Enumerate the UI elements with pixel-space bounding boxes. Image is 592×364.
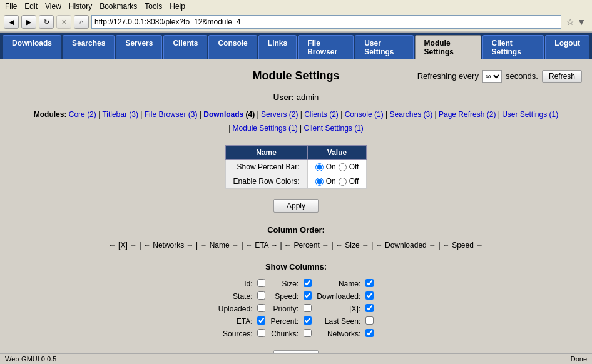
col-lastseen-check: [363, 315, 376, 328]
tab-console[interactable]: Console: [208, 35, 257, 59]
tab-logout[interactable]: Logout: [545, 35, 589, 59]
module-titlebar[interactable]: Titlebar (3): [102, 110, 138, 119]
tab-searches[interactable]: Searches: [63, 35, 115, 59]
col-uploaded-label: Uploaded:: [216, 303, 255, 315]
col-name: Name: [225, 146, 307, 160]
refresh-select[interactable]: ∞: [482, 70, 502, 83]
percent-bar-on[interactable]: [315, 163, 324, 171]
user-label: User:: [273, 93, 294, 102]
check-id[interactable]: [257, 279, 265, 287]
columns-row-2: State: Speed: Downloaded:: [216, 290, 376, 303]
check-eta[interactable]: [257, 316, 265, 325]
check-state[interactable]: [257, 291, 265, 300]
check-sources[interactable]: [257, 329, 265, 337]
check-chunks[interactable]: [304, 329, 312, 337]
tab-servers[interactable]: Servers: [116, 35, 162, 59]
menu-edit[interactable]: Edit: [24, 2, 38, 11]
setting-percent-value: On Off: [307, 160, 367, 174]
col-speed-check: [301, 290, 314, 303]
col-lastseen-label: Last Seen:: [314, 315, 363, 328]
show-columns-title: Show Columns:: [10, 262, 582, 271]
apply-btn-wrapper-1: Apply: [10, 199, 582, 213]
setting-rowcolors-label: Enable Row Colors:: [225, 174, 307, 189]
row-colors-off[interactable]: [339, 178, 347, 186]
col-downloaded-label: Downloaded:: [314, 290, 363, 303]
check-percent[interactable]: [304, 316, 312, 325]
col-id-check: [255, 278, 268, 290]
check-size[interactable]: [304, 279, 312, 287]
user-value: admin: [297, 93, 319, 102]
module-clientsettings[interactable]: Client Settings (1): [304, 124, 363, 133]
row-colors-on-label: On: [326, 177, 336, 186]
nav-tabs: Downloads Searches Servers Clients Conso…: [0, 33, 592, 59]
tab-modulesettings[interactable]: Module Settings: [415, 35, 481, 59]
col-priority-label: Priority:: [268, 303, 301, 315]
tab-clientsettings[interactable]: Client Settings: [482, 35, 544, 59]
check-x[interactable]: [365, 304, 374, 312]
col-uploaded-check: [255, 303, 268, 315]
check-name[interactable]: [365, 279, 374, 287]
col-networks-check: [363, 328, 376, 340]
percent-bar-on-label: On: [326, 163, 336, 171]
check-downloaded[interactable]: [365, 291, 374, 300]
module-searches[interactable]: Searches (3): [390, 110, 433, 119]
module-core[interactable]: Core (2): [69, 110, 96, 119]
page-header: Module Settings Refreshing every ∞ secon…: [10, 69, 582, 83]
col-state-label: State:: [216, 290, 255, 303]
menu-tools[interactable]: Tools: [145, 2, 162, 11]
module-servers[interactable]: Servers (2): [261, 110, 298, 119]
reload-button[interactable]: ↻: [39, 15, 54, 29]
address-bar[interactable]: [91, 15, 561, 29]
menu-view[interactable]: View: [45, 2, 61, 11]
check-speed[interactable]: [304, 291, 312, 300]
check-uploaded[interactable]: [257, 304, 265, 312]
tab-usersettings[interactable]: User Settings: [355, 35, 413, 59]
refresh-button[interactable]: Refresh: [542, 70, 582, 83]
tab-downloads[interactable]: Downloads: [3, 35, 61, 59]
module-console[interactable]: Console (1): [345, 110, 384, 119]
seconds-label: seconds.: [506, 71, 538, 81]
back-button[interactable]: ◀: [4, 15, 19, 29]
apply-button-1[interactable]: Apply: [273, 199, 319, 213]
stop-button[interactable]: ✕: [56, 15, 71, 29]
tab-filebrowser[interactable]: File Browser: [298, 35, 354, 59]
menu-bookmarks[interactable]: Bookmarks: [100, 2, 137, 11]
settings-table-wrapper: Name Value Show Percent Bar: On Off: [10, 145, 582, 189]
col-eta-label: ETA:: [216, 315, 255, 328]
home-button[interactable]: ⌂: [74, 15, 89, 29]
tab-clients[interactable]: Clients: [163, 35, 207, 59]
col-id-label: Id:: [216, 278, 255, 290]
check-lastseen[interactable]: [365, 316, 374, 325]
forward-button[interactable]: ▶: [21, 15, 36, 29]
module-clients[interactable]: Clients (2): [304, 110, 339, 119]
menu-help[interactable]: Help: [170, 2, 185, 11]
table-row: Show Percent Bar: On Off: [225, 160, 367, 174]
module-downloads[interactable]: Downloads: [203, 110, 243, 119]
refresh-label: Refreshing every: [417, 71, 479, 81]
col-downloaded-check: [363, 290, 376, 303]
menu-history[interactable]: History: [69, 2, 92, 11]
col-sources-check: [255, 328, 268, 340]
check-networks[interactable]: [365, 329, 374, 337]
module-filebrowser[interactable]: File Browser (3): [145, 110, 198, 119]
status-text: Done: [571, 355, 587, 363]
columns-row-3: Uploaded: Priority: [X]:: [216, 303, 376, 315]
percent-bar-off-label: Off: [349, 163, 359, 171]
row-colors-on[interactable]: [315, 178, 324, 186]
menu-file[interactable]: File: [5, 2, 17, 11]
module-usersettings[interactable]: User Settings (1): [502, 110, 558, 119]
tab-links[interactable]: Links: [258, 35, 297, 59]
settings-table: Name Value Show Percent Bar: On Off: [225, 145, 367, 189]
status-bar: Web-GMUI 0.0.5 Done: [0, 353, 592, 364]
row-colors-off-label: Off: [349, 177, 359, 186]
col-name-label: Name:: [314, 278, 363, 290]
check-priority[interactable]: [304, 304, 312, 312]
percent-bar-off[interactable]: [339, 163, 347, 171]
page-title: Module Settings: [253, 69, 340, 83]
module-pagerefresh[interactable]: Page Refresh (2): [439, 110, 496, 119]
setting-percent-label: Show Percent Bar:: [225, 160, 307, 174]
module-modulesettings[interactable]: Module Settings (1): [233, 124, 298, 133]
bookmark-star: ☆ ▼: [564, 17, 588, 27]
modules-line: Modules: Core (2) | Titlebar (3) | File …: [10, 108, 582, 135]
col-size-check: [301, 278, 314, 290]
